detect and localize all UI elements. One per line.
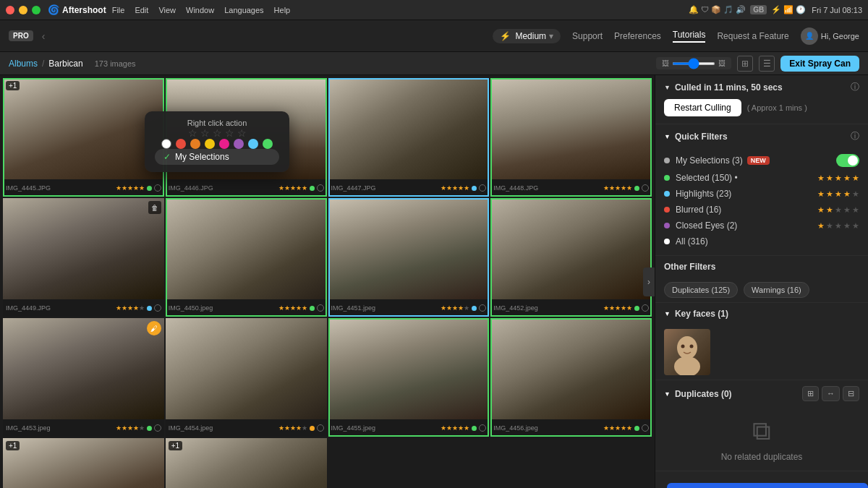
my-selections-option[interactable]: ✓ My Selections — [155, 149, 279, 165]
status-dot — [634, 306, 639, 311]
app-name: Aftershoot — [62, 5, 106, 15]
breadcrumb: Albums / Barbican — [9, 59, 83, 69]
breadcrumb-parent[interactable]: Albums — [9, 59, 38, 69]
filter-closed-eyes[interactable]: Closed Eyes (2) ★ ★ ★ ★ ★ — [664, 218, 859, 234]
key-faces-section: ▼ Key faces (1) — [655, 303, 868, 380]
photo-item[interactable]: IMG_4450.jpeg ★★★★★ — [166, 198, 327, 317]
gallery[interactable]: Right click action ☆ ☆ ☆ ☆ ☆ ✓ My Sel — [0, 75, 655, 488]
menu-view[interactable]: View — [158, 6, 176, 14]
zoom-slider[interactable]: 🖼 🖼 — [656, 57, 731, 69]
nav-chevron-left[interactable]: ‹ — [42, 30, 46, 42]
menu-help[interactable]: Help — [274, 6, 291, 14]
spray-stars: ☆ ☆ ☆ ☆ ☆ — [155, 127, 279, 139]
photo-item[interactable]: IMG_4452.jpeg ★★★★★ — [490, 198, 652, 317]
exit-spray-button[interactable]: Exit Spray Can — [780, 56, 859, 72]
spray-star-1[interactable]: ☆ — [188, 127, 197, 139]
select-circle[interactable] — [154, 424, 161, 432]
color-yellow[interactable] — [205, 139, 215, 149]
select-circle[interactable] — [317, 304, 324, 312]
color-orange[interactable] — [190, 139, 200, 149]
menu-edit[interactable]: Edit — [135, 6, 148, 14]
photo-meta-right: ★★★★★ — [441, 424, 486, 432]
filter-blurred[interactable]: Blurred (16) ★ ★ ★ ★ ★ — [664, 202, 859, 218]
my-selections-toggle[interactable] — [836, 154, 859, 167]
culled-section: ▼ Culled in 11 mins, 50 secs ⓘ Restart C… — [655, 75, 868, 124]
quick-filters-header[interactable]: ▼ Quick Filters ⓘ — [655, 124, 868, 148]
support-link[interactable]: Support — [572, 31, 603, 41]
photo-item[interactable]: IMG_4456.jpeg ★★★★★ — [490, 318, 652, 437]
select-circle[interactable] — [642, 184, 649, 192]
duplicates-filter-tag[interactable]: Duplicates (125) — [664, 282, 738, 298]
select-circle[interactable] — [642, 424, 649, 432]
qf-info-button[interactable]: ⓘ — [851, 130, 859, 142]
photo-item[interactable]: +1 IMG_4445.JPG ★★★★★ — [3, 78, 164, 197]
filter-my-selections[interactable]: My Selections (3) NEW — [664, 151, 859, 170]
filter-highlights[interactable]: Highlights (23) ★ ★ ★ ★ ★ — [664, 186, 859, 202]
close-button[interactable] — [6, 6, 14, 14]
preferences-link[interactable]: Preferences — [614, 31, 661, 41]
photo-thumbnail — [328, 198, 490, 299]
photo-item[interactable]: IMG_4448.JPG ★★★★★ — [490, 78, 652, 197]
restart-culling-button[interactable]: Restart Culling — [664, 99, 741, 116]
select-circle[interactable] — [317, 184, 324, 192]
zoom-range[interactable] — [672, 62, 715, 65]
spray-star-4[interactable]: ☆ — [225, 127, 234, 139]
minimize-button[interactable] — [19, 6, 27, 14]
photo-thumbnail — [166, 318, 327, 419]
spray-star-2[interactable]: ☆ — [200, 127, 210, 139]
duplicates-header-left: ▼ Duplicates (0) — [664, 389, 732, 399]
select-circle[interactable] — [479, 184, 486, 192]
user-menu[interactable]: 👤 Hi, George — [801, 27, 859, 45]
color-pink[interactable] — [219, 139, 229, 149]
grid-view-button[interactable]: ⊞ — [737, 56, 753, 72]
dup-sort-button[interactable]: ⊟ — [843, 386, 859, 401]
approx-label: ( Approx 1 mins ) — [747, 103, 807, 112]
color-purple[interactable] — [234, 139, 244, 149]
medium-selector[interactable]: ⚡ Medium ▾ — [493, 29, 561, 43]
select-circle[interactable] — [154, 184, 161, 192]
tutorials-link[interactable]: Tutorials — [673, 30, 706, 43]
delete-icon[interactable]: 🗑 — [148, 201, 161, 214]
color-green[interactable] — [263, 139, 273, 149]
expand-sidebar-button[interactable]: › — [643, 267, 655, 296]
photo-item[interactable]: IMG_4447.JPG ★★★★★ — [328, 78, 490, 197]
maximize-button[interactable] — [32, 6, 41, 14]
photo-item[interactable]: 🗑 IMG_4449.JPG ★★★★★ — [3, 198, 164, 317]
dup-list-button[interactable]: ↔ — [822, 386, 840, 401]
filter-selected[interactable]: Selected (150) • ★ ★ ★ ★ ★ — [664, 170, 859, 186]
photo-item[interactable]: IMG_4455.jpeg ★★★★★ — [328, 318, 490, 437]
no-duplicates-text: No related duplicates — [721, 452, 803, 462]
culled-info-button[interactable]: ⓘ — [851, 81, 859, 93]
face-thumbnail[interactable] — [664, 329, 710, 375]
color-blue[interactable] — [248, 139, 258, 149]
culled-collapse-arrow[interactable]: ▼ — [664, 84, 671, 91]
color-white[interactable] — [161, 139, 171, 149]
photo-item[interactable]: IMG_4454.jpeg ★★★★★ — [166, 318, 327, 437]
star-4: ★ — [843, 205, 851, 215]
menu-languages[interactable]: Languages — [224, 6, 263, 14]
select-circle[interactable] — [154, 304, 161, 312]
request-link[interactable]: Request a Feature — [717, 31, 788, 41]
spray-star-3[interactable]: ☆ — [213, 127, 222, 139]
select-circle[interactable] — [479, 424, 486, 432]
export-button[interactable]: Export 173 Photos — [667, 483, 868, 488]
photo-item[interactable]: +1 IMG_4458.jpeg ★★★★★ — [166, 438, 327, 488]
datetime: Fri 7 Jul 08:13 — [812, 6, 862, 14]
photo-item[interactable]: IMG_4451.jpeg ★★★★★ — [328, 198, 490, 317]
list-view-button[interactable]: ☰ — [759, 56, 775, 72]
key-faces-header[interactable]: ▼ Key faces (1) — [655, 303, 868, 325]
color-red[interactable] — [176, 139, 186, 149]
select-circle[interactable] — [642, 304, 649, 312]
menu-window[interactable]: Window — [186, 6, 214, 14]
filter-all[interactable]: All (316) — [664, 234, 859, 249]
dup-grid-button[interactable]: ⊞ — [802, 386, 819, 401]
photo-item[interactable]: 🖌 IMG_4453.jpeg ★★★★★ — [3, 318, 164, 437]
sidebar: ▼ Culled in 11 mins, 50 secs ⓘ Restart C… — [655, 75, 868, 488]
select-circle[interactable] — [479, 304, 486, 312]
warnings-filter-tag[interactable]: Warnings (16) — [744, 282, 809, 298]
spray-star-5[interactable]: ☆ — [237, 127, 247, 139]
photo-item[interactable]: +1 IMG_4457.jpeg ★★★★★ — [3, 438, 164, 488]
menu-file[interactable]: File — [112, 6, 125, 14]
select-circle[interactable] — [317, 424, 324, 432]
dup-collapse-arrow[interactable]: ▼ — [664, 390, 671, 398]
